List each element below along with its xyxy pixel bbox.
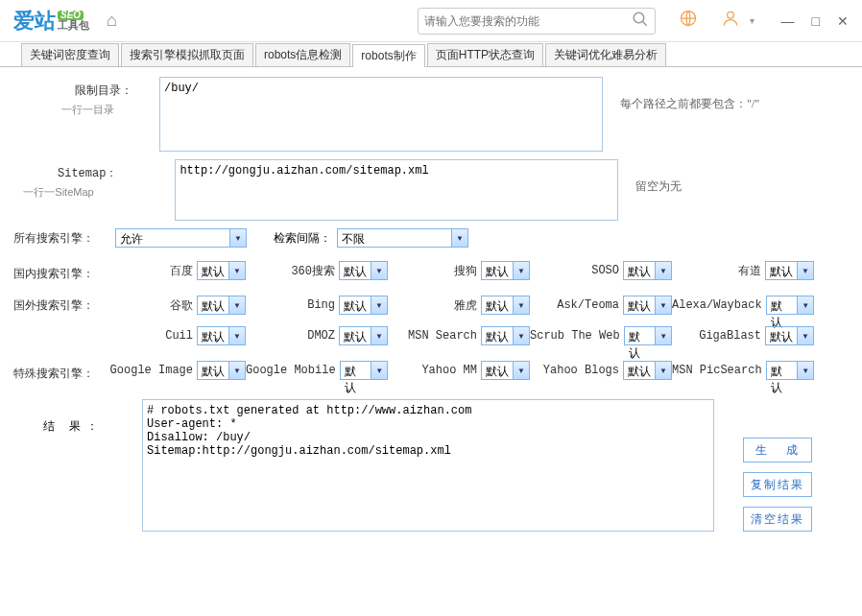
engine-select[interactable]: 默认▼: [481, 361, 530, 380]
close-button[interactable]: ✕: [837, 13, 849, 29]
engine-item: 搜狗默认▼: [388, 261, 530, 280]
chevron-down-icon[interactable]: ▼: [797, 262, 813, 279]
interval-select[interactable]: 不限▼: [337, 228, 468, 248]
domestic-label: 国内搜索引擎：: [13, 266, 104, 282]
chevron-down-icon[interactable]: ▼: [513, 262, 529, 279]
window-controls: — □ ✕: [781, 13, 849, 29]
chevron-down-icon[interactable]: ▼: [797, 296, 813, 314]
tab-http-status[interactable]: 页面HTTP状态查询: [427, 43, 543, 66]
engine-select[interactable]: 默认▼: [624, 326, 672, 345]
engine-item: Scrub The Web默认▼: [530, 326, 672, 345]
sitemap-sublabel: 一行一SiteMap: [13, 185, 104, 200]
engine-label: Yahoo Blogs: [543, 364, 619, 377]
engine-item: SOSO默认▼: [530, 261, 672, 280]
engine-select[interactable]: 默认▼: [197, 296, 246, 315]
tab-spider-sim[interactable]: 搜索引擎模拟抓取页面: [121, 43, 253, 66]
engine-item: GigaBlast默认▼: [672, 326, 814, 345]
copy-button[interactable]: 复制结果: [743, 472, 812, 497]
engine-item: Google Mobile默认▼: [246, 361, 388, 380]
special-label: 特殊搜索引擎：: [13, 366, 104, 382]
chevron-down-icon[interactable]: ▼: [228, 296, 245, 314]
result-textarea[interactable]: [142, 399, 714, 532]
chevron-down-icon[interactable]: ▼: [228, 262, 245, 279]
search-input[interactable]: [424, 14, 632, 28]
restrict-label: 限制目录：: [71, 77, 132, 99]
engine-select[interactable]: 默认▼: [339, 296, 388, 315]
engine-select[interactable]: 默认▼: [623, 261, 672, 280]
engine-select[interactable]: 默认▼: [766, 361, 814, 380]
engine-select[interactable]: 默认▼: [481, 296, 530, 315]
chevron-down-icon[interactable]: ▼: [371, 296, 387, 314]
chevron-down-icon[interactable]: ▼: [655, 362, 671, 379]
engine-item: Google Image默认▼: [104, 361, 246, 380]
titlebar: 爱站 SEO 工具包 ⌂ ▾ — □ ✕: [0, 0, 862, 42]
engine-item: 谷歌默认▼: [104, 296, 246, 315]
chevron-down-icon[interactable]: ▼: [228, 362, 245, 379]
sitemap-hint: 留空为无: [635, 159, 682, 195]
engine-label: Scrub The Web: [530, 329, 620, 343]
logo-sub: 工具包: [58, 20, 89, 31]
chevron-down-icon[interactable]: ▼: [451, 229, 467, 247]
all-engines-select[interactable]: 允许▼: [115, 228, 247, 248]
search-icon[interactable]: [632, 11, 649, 32]
tab-robots-make[interactable]: robots制作: [352, 44, 424, 67]
engine-label: Google Mobile: [246, 364, 336, 377]
chevron-down-icon[interactable]: ▼: [797, 362, 813, 379]
chevron-down-icon[interactable]: ▼: [797, 327, 813, 344]
tab-keyword-difficulty[interactable]: 关键词优化难易分析: [545, 43, 666, 66]
engine-select[interactable]: 默认▼: [339, 261, 388, 280]
chevron-down-icon[interactable]: ▼: [513, 296, 529, 314]
svg-line-1: [642, 21, 647, 26]
chevron-down-icon[interactable]: ▼: [655, 296, 671, 314]
all-engines-row: 所有搜索引擎： 允许▼ 检索间隔： 不限▼: [13, 228, 849, 248]
engine-label: 搜狗: [454, 263, 477, 279]
engine-label: 谷歌: [170, 297, 193, 314]
clear-button[interactable]: 清空结果: [743, 507, 812, 532]
engine-label: Yahoo MM: [421, 364, 477, 377]
engine-select[interactable]: 默认▼: [765, 261, 814, 280]
engine-select[interactable]: 默认▼: [765, 326, 814, 345]
home-icon[interactable]: ⌂: [107, 11, 117, 31]
user-icon[interactable]: [721, 9, 740, 33]
maximize-button[interactable]: □: [812, 13, 820, 29]
engine-select[interactable]: 默认▼: [340, 361, 388, 380]
engine-select[interactable]: 默认▼: [339, 326, 388, 345]
chevron-down-icon[interactable]: ▼: [228, 327, 245, 344]
chevron-down-icon[interactable]: ▼: [513, 327, 529, 344]
chevron-down-icon[interactable]: ▼: [229, 229, 246, 247]
chevron-down-icon[interactable]: ▼: [655, 262, 671, 279]
engine-label: SOSO: [591, 264, 619, 277]
engine-select[interactable]: 默认▼: [623, 296, 672, 315]
engine-label: Ask/Teoma: [557, 298, 619, 312]
sitemap-label: Sitemap：: [58, 159, 117, 181]
generate-button[interactable]: 生 成: [743, 438, 812, 462]
chevron-down-icon[interactable]: ▾: [750, 15, 754, 26]
engine-select[interactable]: 默认▼: [766, 296, 814, 315]
engine-select[interactable]: 默认▼: [623, 361, 672, 380]
engine-select[interactable]: 默认▼: [197, 326, 246, 345]
sitemap-textarea[interactable]: [175, 159, 618, 221]
minimize-button[interactable]: —: [781, 13, 795, 29]
globe-icon[interactable]: [679, 9, 698, 33]
svg-point-3: [727, 12, 733, 18]
engine-item: 有道默认▼: [672, 261, 814, 280]
tab-robots-check[interactable]: robots信息检测: [255, 43, 350, 66]
tab-keyword-density[interactable]: 关键词密度查询: [21, 43, 119, 66]
engine-select[interactable]: 默认▼: [197, 261, 246, 280]
search-box[interactable]: [418, 8, 656, 35]
engine-label: GigaBlast: [699, 329, 761, 343]
button-column: 生 成 复制结果 清空结果: [743, 438, 812, 532]
chevron-down-icon[interactable]: ▼: [513, 362, 529, 379]
engine-item: Yahoo Blogs默认▼: [530, 361, 672, 380]
chevron-down-icon[interactable]: ▼: [371, 327, 387, 344]
chevron-down-icon[interactable]: ▼: [371, 362, 387, 379]
engine-select[interactable]: 默认▼: [481, 326, 530, 345]
chevron-down-icon[interactable]: ▼: [655, 327, 671, 344]
engine-select[interactable]: 默认▼: [481, 261, 530, 280]
chevron-down-icon[interactable]: ▼: [371, 262, 387, 279]
restrict-textarea[interactable]: [159, 77, 603, 152]
engine-item: 雅虎默认▼: [388, 296, 530, 315]
domestic-row: 国内搜索引擎： 百度默认▼360搜索默认▼搜狗默认▼SOSO默认▼有道默认▼: [13, 261, 849, 286]
engine-select[interactable]: 默认▼: [197, 361, 246, 380]
engine-item: MSN Search默认▼: [388, 326, 530, 345]
